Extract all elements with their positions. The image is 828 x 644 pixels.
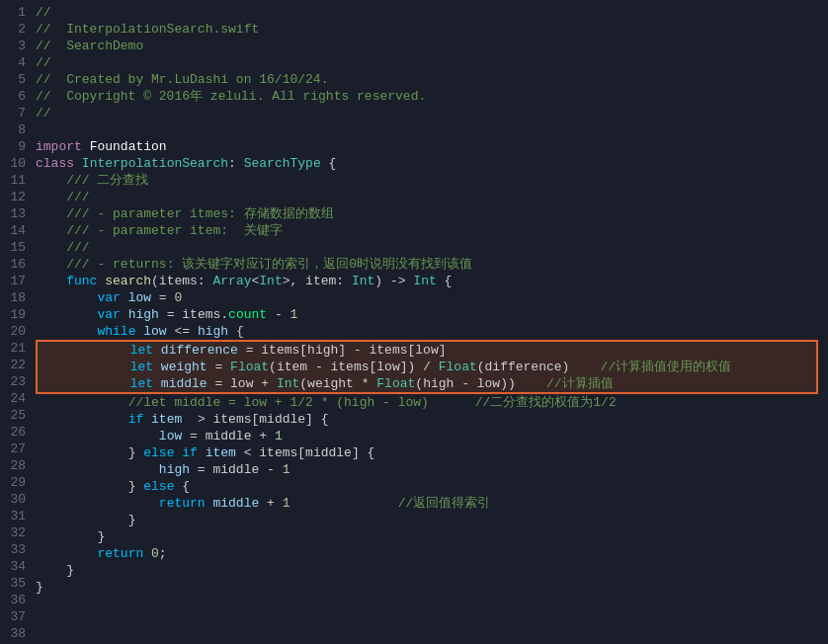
code-line: let middle = low + Int(weight * Float(hi… xyxy=(36,375,818,394)
line-number: 37 xyxy=(6,608,26,625)
line-number: 7 xyxy=(6,105,26,121)
line-number: 6 xyxy=(6,88,26,105)
line-number: 5 xyxy=(6,71,26,88)
line-number: 21 xyxy=(6,340,26,357)
code-line: var low = 0 xyxy=(36,289,818,306)
code-line: var high = items.count - 1 xyxy=(36,306,818,323)
code-line: //let middle = low + 1/2 * (high - low) … xyxy=(36,394,818,411)
line-number: 29 xyxy=(6,474,26,491)
line-number: 19 xyxy=(6,306,26,323)
line-number: 18 xyxy=(6,289,26,306)
code-line: /// - parameter item: 关键字 xyxy=(36,222,818,239)
line-number: 38 xyxy=(6,625,26,642)
line-number: 1 xyxy=(6,4,26,21)
line-number: 15 xyxy=(6,239,26,256)
code-line: } xyxy=(36,528,818,545)
line-number: 2 xyxy=(6,21,26,38)
code-line: // xyxy=(36,4,818,21)
code-line: /// xyxy=(36,189,818,205)
line-number: 12 xyxy=(6,189,26,205)
line-number: 13 xyxy=(6,205,26,222)
code-line: let weight = Float(item - items[low]) / … xyxy=(36,359,818,375)
code-line: import Foundation xyxy=(36,138,818,155)
code-line: /// 二分查找 xyxy=(36,172,818,189)
line-number: 9 xyxy=(6,138,26,155)
line-number: 36 xyxy=(6,592,26,608)
code-line: // Copyright © 2016年 zeluli. All rights … xyxy=(36,88,818,105)
code-line: while low <= high { xyxy=(36,323,818,340)
code-editor: 1234567891011121314151617181920212223242… xyxy=(0,0,828,644)
line-number: 22 xyxy=(6,357,26,373)
code-line: } else if item < items[middle] { xyxy=(36,444,818,461)
code-line: /// - parameter itmes: 存储数据的数组 xyxy=(36,205,818,222)
line-number: 35 xyxy=(6,575,26,592)
code-line: return 0; xyxy=(36,545,818,562)
code-line: func search(items: Array<Int>, item: Int… xyxy=(36,273,818,289)
code-line: } else { xyxy=(36,478,818,495)
line-number: 16 xyxy=(6,256,26,273)
line-numbers: 1234567891011121314151617181920212223242… xyxy=(0,4,36,642)
code-line: return middle + 1 //返回值得索引 xyxy=(36,495,818,512)
code-content: //// InterpolationSearch.swift// SearchD… xyxy=(36,4,828,642)
code-line: /// xyxy=(36,239,818,256)
code-line: if item > items[middle] { xyxy=(36,411,818,428)
code-line: class InterpolationSearch: SearchType { xyxy=(36,155,818,172)
line-number: 11 xyxy=(6,172,26,189)
line-number: 23 xyxy=(6,373,26,390)
code-line: // xyxy=(36,54,818,71)
line-number: 28 xyxy=(6,457,26,474)
code-line: // SearchDemo xyxy=(36,38,818,54)
line-number: 33 xyxy=(6,541,26,558)
line-number: 30 xyxy=(6,491,26,508)
code-line: low = middle + 1 xyxy=(36,428,818,444)
line-number: 31 xyxy=(6,508,26,524)
code-line: // xyxy=(36,105,818,121)
code-line: } xyxy=(36,579,818,596)
line-number: 26 xyxy=(6,424,26,441)
line-number: 27 xyxy=(6,441,26,457)
line-number: 17 xyxy=(6,273,26,289)
code-line: } xyxy=(36,562,818,579)
line-number: 14 xyxy=(6,222,26,239)
line-number: 34 xyxy=(6,558,26,575)
line-number: 24 xyxy=(6,390,26,407)
line-number: 3 xyxy=(6,38,26,54)
code-line xyxy=(36,121,818,138)
code-line: } xyxy=(36,512,818,528)
line-number: 8 xyxy=(6,121,26,138)
line-number: 10 xyxy=(6,155,26,172)
line-number: 32 xyxy=(6,524,26,541)
line-number: 25 xyxy=(6,407,26,424)
code-line: let difference = items[high] - items[low… xyxy=(36,340,818,359)
code-line: /// - returns: 该关键字对应订的索引，返回0时说明没有找到该值 xyxy=(36,256,818,273)
line-number: 20 xyxy=(6,323,26,340)
code-line: high = middle - 1 xyxy=(36,461,818,478)
code-line: // InterpolationSearch.swift xyxy=(36,21,818,38)
line-number: 4 xyxy=(6,54,26,71)
code-line: // Created by Mr.LuDashi on 16/10/24. xyxy=(36,71,818,88)
